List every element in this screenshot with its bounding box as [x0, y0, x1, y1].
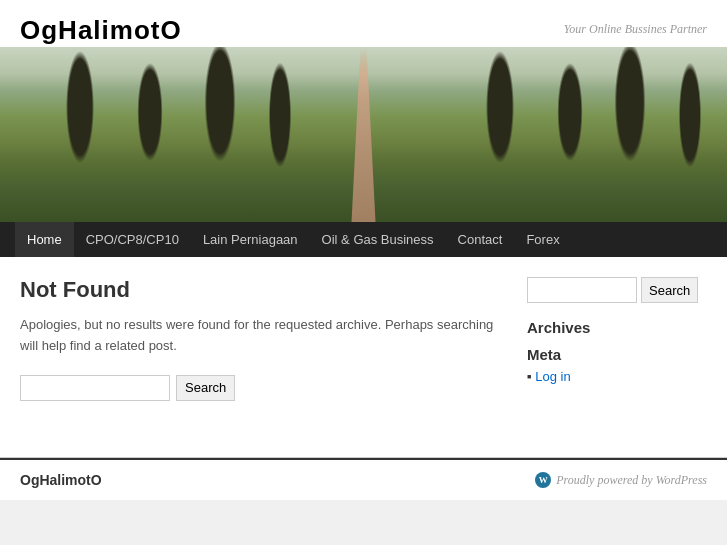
nav-item-oilgas[interactable]: Oil & Gas Business [310, 222, 446, 257]
meta-login-item: Log in [527, 369, 707, 384]
nav-item-contact[interactable]: Contact [446, 222, 515, 257]
meta-section: Meta Log in [527, 346, 707, 384]
nav-item-lain[interactable]: Lain Perniagaan [191, 222, 310, 257]
main-search-input[interactable] [20, 375, 170, 401]
main-search-button[interactable]: Search [176, 375, 235, 401]
hero-image [0, 47, 727, 222]
meta-title: Meta [527, 346, 707, 363]
meta-login-link[interactable]: Log in [535, 369, 570, 384]
not-found-title: Not Found [20, 277, 507, 303]
wordpress-icon: W [535, 472, 551, 488]
nav-item-forex[interactable]: Forex [514, 222, 571, 257]
nav-item-cpo[interactable]: CPO/CP8/CP10 [74, 222, 191, 257]
archives-section: Archives [527, 319, 707, 336]
sidebar-search-input[interactable] [527, 277, 637, 303]
sidebar-search-button[interactable]: Search [641, 277, 698, 303]
main-search-form: Search [20, 375, 507, 401]
main-nav: Home CPO/CP8/CP10 Lain Perniagaan Oil & … [0, 222, 727, 257]
footer-powered-text: Proudly powered by WordPress [556, 473, 707, 488]
not-found-text: Apologies, but no results were found for… [20, 315, 507, 357]
nav-item-home[interactable]: Home [15, 222, 74, 257]
archives-title: Archives [527, 319, 707, 336]
footer-site-name: OgHalimotO [20, 472, 102, 488]
footer-powered: W Proudly powered by WordPress [535, 472, 707, 488]
sidebar-search-form: Search [527, 277, 707, 303]
